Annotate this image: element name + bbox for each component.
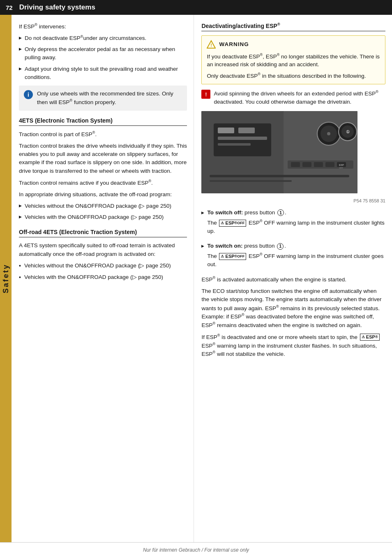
button-circle-2: 1 <box>277 243 284 250</box>
4ets-para2: Traction control brakes the drive wheels… <box>19 142 187 175</box>
warning-header: ! WARNING <box>207 40 380 49</box>
svg-rect-6 <box>218 128 234 133</box>
warning-para2: Only deactivate ESP® in the situations d… <box>207 72 380 80</box>
right-column: Deactivating/activating ESP® ! WARNING I… <box>194 15 392 542</box>
caution-note: ! Avoid spinning the driven wheels for a… <box>201 89 385 106</box>
list-item: Do not deactivate ESP® under any circums… <box>19 34 187 42</box>
section-offroad-heading: Off-road 4ETS (Electronic Traction Syste… <box>19 229 187 237</box>
list-item: Vehicles without the ON&OFFROAD package … <box>19 262 187 270</box>
para-eco: The ECO start/stop function switches the… <box>201 287 385 330</box>
warning-para1: If you deactivate ESP®, ESP® no longer s… <box>207 52 380 69</box>
deactivating-heading: Deactivating/activating ESP® <box>201 22 385 31</box>
page-title: Driving safety systems <box>19 3 95 12</box>
switch-off-line1: To switch off: press button 1. <box>207 209 385 217</box>
page-number: 72 <box>6 4 13 11</box>
list-item: Vehicles without the ON&OFFROAD package … <box>19 202 187 210</box>
offroad-para1: A 4ETS system specifically suited to off… <box>19 241 187 258</box>
list-item: Vehicles with the ON&OFFROAD package (▷ … <box>19 213 187 221</box>
switch-on-content: To switch on: press button 1. The ⚠ ESP®… <box>207 242 385 270</box>
svg-point-12 <box>327 132 330 135</box>
4ets-para4: In appropriate driving situations, activ… <box>19 190 187 199</box>
warning-box: ! WARNING If you deactivate ESP®, ESP® n… <box>201 35 385 85</box>
image-caption: P54 75 8558 31 <box>201 197 385 204</box>
footer-text: Nur für internen Gebrauch / For internal… <box>143 547 249 553</box>
warning-label: WARNING <box>219 41 249 47</box>
switch-off-content: To switch off: press button 1. The ⚠ ESP… <box>207 209 385 237</box>
svg-rect-20 <box>325 162 334 167</box>
content-wrapper: If ESP® intervenes: Do not deactivate ES… <box>12 15 392 542</box>
svg-rect-9 <box>218 143 251 146</box>
svg-text:!: ! <box>211 43 212 48</box>
switch-off-line2: The ⚠ ESP®OFF ESP® OFF warning lamp in t… <box>207 218 385 235</box>
caution-text: Avoid spinning the driven wheels for an … <box>214 89 385 106</box>
list-item: Only depress the accelerator pedal as fa… <box>19 45 187 62</box>
svg-rect-19 <box>314 162 323 167</box>
switch-on-line2: The ⚠ ESP®OFF ESP® OFF warning lamp in t… <box>207 252 385 269</box>
safety-sidebar: Safety <box>0 15 12 542</box>
button-circle-1: 1 <box>277 209 284 216</box>
offroad-bullet-list: Vehicles without the ON&OFFROAD package … <box>19 262 187 282</box>
info-icon: i <box>24 90 33 99</box>
esp-intro: If ESP® intervenes: <box>19 22 187 31</box>
switch-on-line1: To switch on: press button 1. <box>207 242 385 250</box>
switch-on-item: ▶ To switch on: press button 1. The ⚠ ES… <box>201 242 385 270</box>
warning-triangle-icon: ! <box>207 40 216 49</box>
info-text: Only use wheels with the recommended tir… <box>37 90 182 107</box>
switch-on-arrow-icon: ▶ <box>201 244 204 249</box>
4ets-bullet-list: Vehicles without the ON&OFFROAD package … <box>19 202 187 222</box>
esp-bullet-list: Do not deactivate ESP® under any circums… <box>19 34 187 81</box>
svg-rect-7 <box>238 128 255 133</box>
dashboard-controls: ① ESP OFF <box>201 111 357 193</box>
switch-off-item: ▶ To switch off: press button 1. The ⚠ E… <box>201 209 385 237</box>
svg-text:①: ① <box>346 130 350 134</box>
svg-text:ESP: ESP <box>339 164 344 166</box>
4ets-para1: Traction control is part of ESP®. <box>19 130 187 139</box>
para-auto: ESP® is activated automatically when the… <box>201 275 385 284</box>
section-4ets-heading: 4ETS (Electronic Traction System) <box>19 117 187 126</box>
list-item: Vehicles with the ON&OFFROAD package (▷ … <box>19 273 187 282</box>
list-item: Adapt your driving style to suit the pre… <box>19 65 187 82</box>
info-box: i Only use wheels with the recommended t… <box>19 86 187 111</box>
svg-rect-18 <box>302 162 311 167</box>
svg-rect-25 <box>210 180 292 182</box>
svg-rect-8 <box>218 137 267 140</box>
header-bar: 72 Driving safety systems <box>0 0 392 15</box>
esp-off-icon: ⚠ ESP®OFF <box>219 220 246 227</box>
footer-bar: Nur für internen Gebrauch / For internal… <box>0 542 392 557</box>
caution-icon: ! <box>201 90 210 99</box>
switch-off-arrow-icon: ▶ <box>201 210 204 216</box>
esp-off-icon-3: ⚠ ESP® <box>360 334 380 341</box>
para-flash: If ESP® is deactivated and one or more w… <box>201 333 385 358</box>
dashboard-image: ① ESP OFF <box>201 111 357 193</box>
svg-rect-17 <box>291 162 300 167</box>
sidebar-label: Safety <box>2 264 10 293</box>
esp-off-icon-2: ⚠ ESP®OFF <box>219 253 246 260</box>
svg-rect-24 <box>210 175 349 177</box>
left-column: If ESP® intervenes: Do not deactivate ES… <box>12 15 194 542</box>
4ets-para3: Traction control remains active if you d… <box>19 179 187 187</box>
svg-text:OFF: OFF <box>339 167 343 169</box>
